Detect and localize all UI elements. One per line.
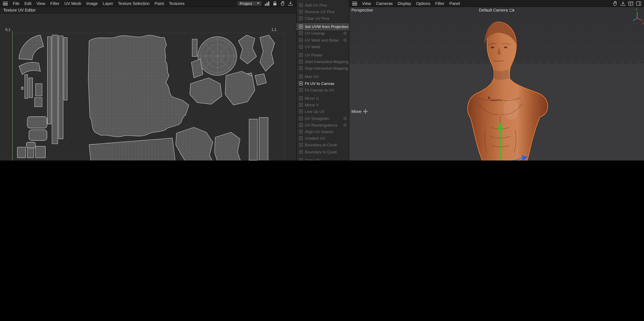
uv-unwrap-icon [298,31,303,36]
uv-canvas[interactable] [0,13,296,160]
uv-editor-toolbar: Project [237,0,293,6]
uv-command-start-interactive-mapping[interactable]: Start Interactive Mapping [296,58,349,65]
uv-editor-menu-uv-mesh[interactable]: UV Mesh [64,1,81,5]
camera-label[interactable]: Default Camera [479,8,514,12]
viewport-pane: ViewCamerasDisplayOptionsFilterPanel [349,0,644,160]
lock-icon[interactable] [272,0,278,6]
uv-command-unstitch-uv[interactable]: Unstitch UV [296,135,349,142]
uv-rectangularize-icon [298,123,303,127]
projection-label[interactable]: Perspective [352,8,373,12]
uv-command-line-up-uv[interactable]: Line Up UV [296,108,349,115]
project-dropdown-label: Project [240,1,252,5]
uv-editor-menu-filter[interactable]: Filter [50,1,60,5]
line-up-uv-icon [298,109,303,114]
import-icon[interactable] [288,0,293,6]
fit-canvas-to-uv-icon [298,88,303,92]
uv-islands[interactable] [17,35,275,160]
add-uv-pins-icon [298,3,303,7]
uv-editor-toolbar-icons [264,0,293,6]
axis-y-label: Y [636,8,638,11]
panel-title: Texture UV Editor [0,7,296,13]
viewport-menu-filter[interactable]: Filter [435,1,444,5]
dummy-torso[interactable]: TrainerPro [468,22,548,160]
uv-weld-icon [298,44,303,49]
gear-icon[interactable] [343,116,347,120]
gear-icon[interactable] [343,123,347,127]
uv-editor-menu-file[interactable]: File [13,1,20,5]
align-uv-islands-icon [298,129,303,134]
import-icon[interactable] [620,0,626,6]
uv-command-groups: Add UV PinsRemove UV PinsClear UV PinsSe… [296,2,349,160]
viewport-menu-cameras[interactable]: Cameras [376,1,393,5]
uv-command-add-uv-pins[interactable]: Add UV Pins [296,2,349,8]
menu-hamburger-icon[interactable] [3,1,8,5]
uv-straighten-icon [298,116,303,120]
hand-icon[interactable] [612,0,618,6]
hand-icon[interactable] [280,0,286,6]
uv-command-max-uv[interactable]: Max UV [296,73,349,80]
right-eye [504,46,508,48]
move-tool-icon [363,109,368,114]
remove-uv-pins-icon [298,9,303,14]
uv-editor-menu-paint[interactable]: Paint [155,1,164,5]
viewport-menu-panel[interactable]: Panel [449,1,460,5]
orientation-axis-gizmo[interactable]: Y X [633,8,644,25]
uv-editor-menu-edit[interactable]: Edit [24,1,31,5]
uv-command-clear-uv-pins[interactable]: Clear UV Pins [296,15,349,22]
gear-icon[interactable] [343,38,347,42]
panel-icon[interactable] [636,0,641,6]
viewport-3d[interactable]: TrainerPro [349,7,644,160]
viewport-menu-options[interactable]: Options [416,1,430,5]
training-dummy-model[interactable]: TrainerPro [461,22,548,160]
uv-editor-menu-image[interactable]: Image [86,1,98,5]
camera-icon[interactable] [510,8,514,12]
stop-interactive-mapping-icon [298,66,303,71]
uv-command-group: Set UVW from ProjectionUV UnwrapUV Weld … [296,23,349,50]
uv-corner-label-11: 1,1 [271,28,276,32]
uv-command-uv-weld[interactable]: UV Weld [296,43,349,50]
uv-command-copy-uv[interactable]: Copy UV [296,157,349,160]
uv-command-stop-interactive-mapping[interactable]: Stop Interactive Mapping [296,65,349,71]
menu-hamburger-icon[interactable] [352,1,357,5]
uv-command-fit-uv-to-canvas[interactable]: Fit UV to Canvas [296,80,349,86]
viewport-menu-view[interactable]: View [362,1,371,5]
clear-uv-pins-icon [298,16,303,20]
uv-command-panel: Add UV PinsRemove UV PinsClear UV PinsSe… [296,0,349,160]
set-uvw-from-projection-icon [298,24,303,29]
uv-command-set-uvw-from-projection[interactable]: Set UVW from Projection [296,23,349,30]
left-eye [490,46,494,48]
viewport-menu-display[interactable]: Display [398,1,411,5]
uv-command-uv-straighten[interactable]: UV Straighten [296,115,349,122]
uv-command-remove-uv-pins[interactable]: Remove UV Pins [296,8,349,15]
layout-icon[interactable] [628,0,633,6]
bar-chart-icon[interactable] [264,0,270,6]
copy-uv-icon [298,158,303,160]
uv-command-mirror-u[interactable]: Mirror U [296,95,349,102]
uv-editor-menu-texture-selection[interactable]: Texture Selection [118,1,150,5]
uv-canvas-area[interactable]: 0,1 1,1 0,0 1,0 U [0,13,296,160]
mirror-u-icon [298,96,303,100]
boundary-to-circle-icon [298,143,303,147]
uv-command-uv-peeler[interactable]: UV Peeler [296,52,349,58]
uv-command-align-uv-islands[interactable]: Align UV Islands [296,128,349,135]
viewport-menu-items: ViewCamerasDisplayOptionsFilterPanel [362,1,460,5]
chest-highlight [504,98,518,120]
uv-command-uv-rectangularize[interactable]: UV Rectangularize [296,122,349,128]
uv-editor-menu-textures[interactable]: Textures [169,1,184,5]
uv-command-uv-unwrap[interactable]: UV Unwrap [296,30,349,37]
project-dropdown[interactable]: Project [237,0,262,6]
uv-command-group: Max UVFit UV to CanvasFit Canvas to UV [296,73,349,93]
unstitch-uv-icon [298,136,303,140]
uv-command-group: Mirror UMirror VLine Up UVUV StraightenU… [296,95,349,155]
uv-command-boundary-to-circle[interactable]: Boundary to Circle [296,142,349,148]
uv-command-uv-weld-and-relax[interactable]: UV Weld and Relax [296,37,349,43]
uv-command-fit-canvas-to-uv[interactable]: Fit Canvas to UV [296,87,349,93]
uv-command-boundary-to-quad[interactable]: Boundary to Quad [296,148,349,155]
uv-editor-menu-view[interactable]: View [36,1,45,5]
viewport-3d-view[interactable]: TrainerPro [349,7,644,160]
fit-uv-to-canvas-icon [298,81,303,85]
uv-command-group: Add UV PinsRemove UV PinsClear UV Pins [296,2,349,22]
gear-icon[interactable] [343,31,347,36]
uv-command-mirror-v[interactable]: Mirror V [296,102,349,108]
uv-editor-menu-layer[interactable]: Layer [103,1,113,5]
